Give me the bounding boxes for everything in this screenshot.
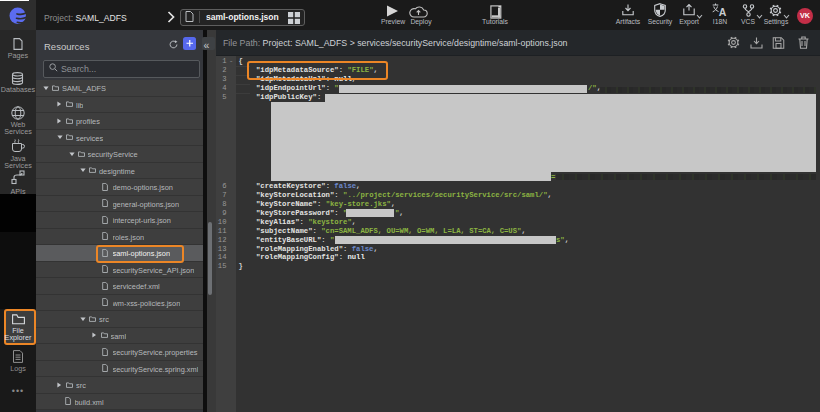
svg-text:A: A xyxy=(719,6,727,17)
